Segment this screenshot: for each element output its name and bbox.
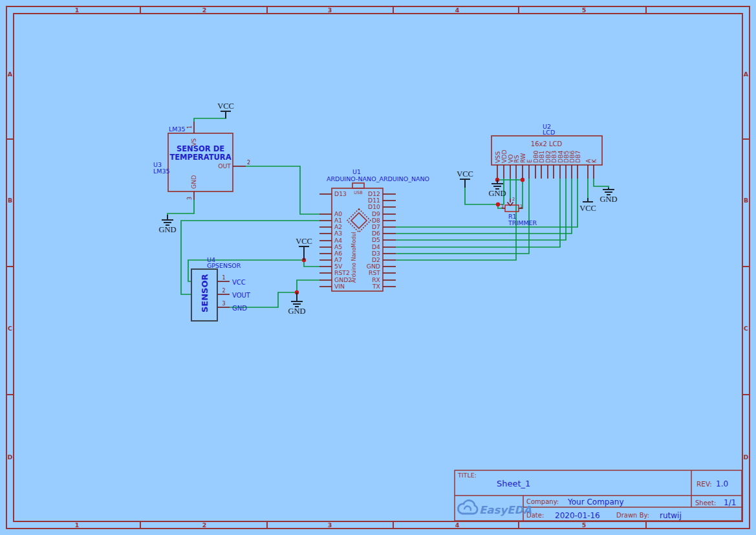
frame-column-label: 1 [75,521,80,529]
gps-pin-num-3: 3 [222,301,225,307]
lm35-pin-num-2: 2 [247,160,250,166]
vcc-flag-label: VCC [579,204,596,213]
frame-column-label: 3 [328,6,332,14]
frame-row-label: C [8,325,12,332]
schematic-sheet: 1122334455AABBCCDD [0,0,756,535]
vcc-flag-label: VCC [296,237,312,246]
arduino-pin-label: A3 [334,230,342,237]
sheet-value[interactable]: 1/1 [724,498,736,507]
rev-label: REV: [697,480,712,488]
sheet-title[interactable]: Sheet_1 [497,479,530,488]
arduino-pin-label: D10 [368,203,380,210]
frame-column-label: 4 [455,521,460,529]
gps-pin-name-3: GND [232,305,247,312]
company-value[interactable]: Your Company [567,497,624,507]
gps-value: GPSENSOR [207,262,241,269]
frame-row-label: B [744,197,748,204]
gps-pin-name-2: VOUT [232,292,251,299]
gps-pin-num-1: 1 [222,275,225,281]
arduino-ref: U1 [352,168,361,175]
frame-column-label: 2 [202,521,207,529]
arduino-pin-label: RST [369,269,380,276]
frame-row-label: D [744,453,749,461]
arduino-body-label: Arduino NanoModul [351,232,357,283]
lm35-pin-name-vs: VS [190,138,197,146]
rev-value[interactable]: 1.0 [716,479,728,488]
frame-row-label: D [8,453,13,461]
sheet-label: Sheet: [695,499,716,507]
arduino-usb-label: USB [354,190,362,195]
gnd-flag-label: GND [599,195,617,204]
lm35-title-line2: TEMPERATURA [169,153,231,162]
junction-dot[interactable] [496,202,500,206]
lcd-pin-label: K [590,158,598,163]
gps-pin-name-1: VCC [232,279,246,286]
arduino-value: ARDUINO-NANO_ARDUINO_NANO [327,175,429,182]
gnd-flag-label: GND [488,189,506,198]
gnd-flag-label: GND [158,225,176,234]
frame-column-label: 5 [582,521,587,529]
trimmer-pin-num-3: 3 [501,204,504,209]
lm35-pin-num-1: 1 [187,126,193,129]
title-label: TITLE: [457,472,477,479]
arduino-pin-label: TX [372,283,381,290]
frame-column-label: 2 [202,6,207,14]
frame-column-label: 5 [582,6,587,14]
date-value[interactable]: 2020-01-16 [555,511,600,520]
gps-pin-num-2: 2 [222,288,225,294]
lm35-pin-num-3: 3 [187,197,193,200]
frame-column-label: 4 [455,6,460,14]
lcd-pin-label: DB7 [574,150,581,163]
vcc-flag-label: VCC [217,102,234,111]
arduino-pin-label: RST2 [334,269,350,276]
frame-row-label: B [8,197,12,204]
trimmer-pin-num-1: 1 [520,204,523,209]
logo-text: EasyEDA [479,504,532,516]
lm35-top-label: LM35 [169,126,186,133]
gps-body-label: SENSOR [200,274,210,312]
trimmer-value: TRIMMER [508,219,537,226]
frame-row-label: A [8,71,13,78]
lm35-value: LM35 [153,168,170,175]
frame-row-label: A [744,71,749,78]
drawn-by-label: Drawn By: [616,512,649,519]
trimmer-pin-num-2: 2 [512,197,515,202]
lcd-value: LCD [543,129,555,136]
lcd-name: 16x2 LCD [531,140,563,147]
frame-column-label: 3 [328,521,332,529]
frame-row-label: C [744,325,748,332]
lm35-pin-name-gnd: GND [190,175,197,189]
arduino-pin-label: D5 [372,236,380,243]
lm35-pin-name-out: OUT [218,162,231,169]
arduino-pin-label: VIN [334,283,345,290]
lm35-title-line1: SENSOR DE [177,144,224,153]
vcc-flag-label: VCC [457,169,473,179]
arduino-pin-label: D13 [334,190,347,197]
drawn-by-value[interactable]: rutwij [660,511,682,520]
frame-column-label: 1 [75,6,80,14]
gnd-flag-label: GND [288,307,305,316]
